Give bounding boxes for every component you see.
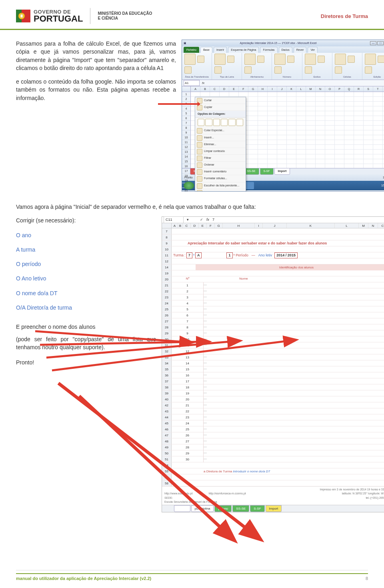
col-header[interactable]: I — [255, 223, 263, 228]
ribbon-icon[interactable] — [287, 56, 294, 63]
ctx-filter[interactable]: Filtrar — [195, 155, 246, 162]
ribbon-icon[interactable] — [365, 66, 372, 74]
row-header[interactable]: 9 — [182, 130, 190, 135]
row-header[interactable]: 39 — [162, 390, 172, 396]
row-header[interactable]: 22 — [162, 288, 172, 294]
ribbon-icon[interactable] — [305, 66, 312, 74]
sheet-tab[interactable]: pDisciplina — [191, 505, 214, 512]
ctx-sort[interactable]: Ordenar — [195, 162, 246, 168]
row-header[interactable]: 13 — [182, 150, 190, 154]
row-header[interactable]: 1 — [182, 92, 190, 97]
col-header[interactable]: H — [223, 223, 255, 228]
ctx-insert[interactable]: Inserir... — [195, 134, 246, 141]
col-header[interactable]: M — [306, 86, 316, 92]
ctx-delete[interactable]: Eliminar... — [195, 141, 246, 148]
col-header[interactable]: F — [207, 223, 215, 228]
start-button[interactable] — [184, 182, 194, 190]
row-header[interactable]: 8 — [182, 126, 190, 130]
row-header[interactable]: 4 — [182, 106, 190, 111]
row-header[interactable]: 36 — [162, 372, 172, 378]
ctx-copy[interactable]: Copiar — [195, 104, 246, 111]
col-header[interactable]: R — [354, 86, 364, 92]
ribbon-icon[interactable] — [335, 54, 346, 65]
col-header[interactable]: D — [191, 223, 199, 228]
col-header[interactable]: Q — [344, 86, 354, 92]
ctx-clear[interactable]: Limpar conteúdo — [195, 148, 246, 155]
col-header[interactable]: M — [359, 223, 368, 228]
col-header[interactable]: O — [325, 86, 335, 92]
ctx-cut[interactable]: Cortar — [195, 97, 246, 104]
sheet-tab[interactable]: S-SF — [250, 505, 264, 512]
ctx-dropdown[interactable]: Escolher da lista pendente... — [195, 182, 246, 189]
ribbon-tab-rever[interactable]: Rever — [294, 47, 307, 53]
taskbar-app-6[interactable] — [245, 182, 254, 189]
ribbon-icon[interactable] — [197, 56, 204, 63]
ribbon-icon[interactable] — [335, 66, 342, 74]
row-header[interactable]: 40 — [162, 396, 172, 402]
ribbon-icon[interactable] — [305, 54, 316, 65]
ribbon-icon[interactable] — [227, 56, 234, 63]
col-header[interactable]: L — [296, 86, 306, 92]
sheet-tab[interactable]: SS-SE — [232, 505, 249, 512]
ribbon-icon[interactable] — [348, 56, 355, 63]
ctx-format[interactable]: Formatar células... — [195, 175, 246, 182]
ribbon-icon[interactable] — [184, 54, 196, 65]
row-header[interactable]: 27 — [162, 318, 172, 324]
col-header[interactable]: E — [199, 223, 207, 228]
row-header[interactable]: 58 — [162, 480, 172, 486]
paste-opt-4[interactable] — [221, 119, 228, 126]
name-box-2[interactable]: C11 — [164, 216, 184, 223]
sheet-tab[interactable]: Import — [266, 505, 282, 512]
row-header[interactable]: 33 — [162, 354, 172, 360]
col-header[interactable]: P — [335, 86, 344, 92]
row-header[interactable]: 8 — [162, 234, 172, 240]
col-header[interactable]: I — [268, 86, 277, 92]
row-header[interactable]: 16 — [182, 164, 190, 169]
ribbon-icon[interactable] — [214, 54, 226, 65]
name-box[interactable]: A1 — [184, 80, 200, 86]
paste-opt-2[interactable] — [205, 119, 212, 126]
row-header[interactable]: 17 — [182, 169, 190, 174]
row-header[interactable]: 14 — [162, 264, 172, 270]
ribbon-tab-dados[interactable]: Dados — [279, 47, 292, 53]
row-header[interactable]: 12 — [162, 258, 172, 264]
col-header[interactable]: K — [287, 86, 296, 92]
row-header[interactable]: 23 — [162, 294, 172, 300]
ribbon-tab-base[interactable]: Base — [200, 47, 212, 53]
col-header[interactable]: G — [248, 86, 258, 92]
row-header[interactable]: 32 — [162, 348, 172, 354]
ribbon-icon[interactable] — [257, 56, 264, 63]
col-header[interactable]: C — [183, 223, 191, 228]
ribbon-icon[interactable] — [244, 66, 252, 74]
row-header[interactable]: 19 — [162, 270, 172, 276]
col-header[interactable]: G — [215, 223, 223, 228]
row-header[interactable]: 46 — [162, 426, 172, 432]
row-header[interactable]: 10 — [182, 135, 190, 140]
row-header[interactable]: 49 — [162, 444, 172, 450]
context-menu[interactable]: Cortar Copiar Opções de Colagem: — [195, 97, 246, 192]
row-header[interactable]: 38 — [162, 384, 172, 390]
sheet-tab[interactable]: pAluno — [214, 505, 232, 512]
col-header[interactable]: S — [364, 86, 373, 92]
col-header[interactable]: N — [316, 86, 325, 92]
row-header[interactable]: 50 — [162, 450, 172, 456]
paste-opt-3[interactable] — [213, 119, 220, 126]
sheet-tab[interactable]: S-SF — [260, 168, 274, 174]
sheet-tab[interactable]: Inicial — [174, 505, 190, 512]
col-header[interactable]: B — [178, 223, 183, 228]
row-header[interactable]: 34 — [162, 360, 172, 366]
row-header[interactable]: 30 — [162, 336, 172, 342]
turma-box[interactable]: A — [195, 252, 202, 258]
row-header[interactable]: 37 — [162, 378, 172, 384]
col-header[interactable]: J — [263, 223, 287, 228]
ribbon-icon[interactable] — [318, 56, 325, 63]
periodo-box[interactable]: 1 — [226, 252, 232, 258]
ribbon-icon[interactable] — [244, 54, 256, 65]
row-header[interactable]: 11 — [162, 252, 172, 258]
col-header[interactable]: A — [191, 86, 200, 92]
row-header[interactable]: 44 — [162, 414, 172, 420]
minimize-button[interactable]: — — [370, 41, 376, 45]
row-header[interactable]: 6 — [182, 116, 190, 121]
ribbon-tab-ver[interactable]: Ver — [308, 47, 318, 53]
row-header[interactable]: 21 — [162, 282, 172, 288]
